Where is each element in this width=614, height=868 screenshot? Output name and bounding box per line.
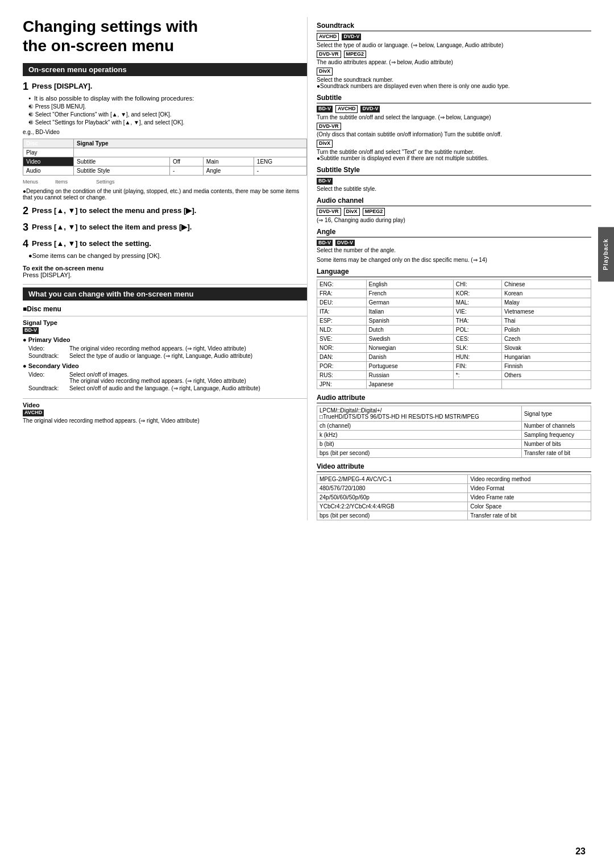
video-attribute-table: MPEG-2/MPEG-4 AVC/VC-1Video recording me…: [317, 474, 591, 520]
step-1-bullets: It is also possible to display with the …: [23, 95, 307, 126]
subtitle-text3: Turn the subtitle on/off and select "Tex…: [317, 149, 591, 155]
audio-attribute-title: Audio attribute: [317, 394, 591, 403]
subtitle-badge-avchd: AVCHD: [335, 105, 358, 113]
angle-text: Select the number of the angle.: [317, 247, 591, 253]
language-section: Language ENG:EnglishCHI:Chinese FRA:Fren…: [317, 268, 591, 389]
video-badge: AVCHD: [23, 410, 44, 416]
soundtrack-text2: The audio attributes appear. (⇒ below, A…: [317, 59, 591, 65]
soundtrack-badge-dvdvr: DVD-VR: [317, 51, 341, 59]
step-1-sub-2: ② Select "Other Functions" with [▲, ▼], …: [28, 111, 307, 118]
soundtrack-badge-divx: DivX: [317, 68, 333, 76]
soundtrack-title: Soundtrack: [317, 22, 591, 31]
primary-video-title: ● Primary Video: [23, 336, 307, 343]
audio-channel-text: (⇒ 16, Changing audio during play): [317, 217, 591, 223]
playback-sidebar: Playback: [598, 227, 614, 282]
signal-type-label: Signal Type: [23, 319, 307, 326]
example-label: e.g., BD-Video: [23, 129, 307, 135]
page-number: 23: [575, 846, 586, 857]
disc-menu-title: ■Disc menu: [23, 305, 307, 313]
soundtrack-badge-dvdv: DVD-V: [342, 34, 361, 40]
subtitle-text1: Turn the subtitle on/off and select the …: [317, 114, 591, 120]
menu-table-audio: Audio: [23, 166, 74, 176]
menu-table-signal: Signal Type: [74, 139, 307, 148]
menu-table-play: Play: [23, 148, 74, 157]
video-text: The original video recording method appe…: [23, 418, 307, 424]
step-1-sub-1: ① Press [SUB MENU].: [28, 103, 307, 110]
subtitle-badge-dvdvr: DVD-VR: [317, 123, 341, 131]
step-1-sub-3: ③ Select "Settings for Playback" with [▲…: [28, 119, 307, 126]
secondary-video-table: Video: Select on/off of images.The origi…: [27, 370, 312, 393]
audio-channel-section: Audio channel DVD-VR DivX MPEG2 (⇒ 16, C…: [317, 197, 591, 223]
step-2: 2 Press [▲, ▼] to select the menu and pr…: [23, 206, 307, 217]
step-num-1: 1: [23, 82, 28, 93]
angle-title: Angle: [317, 228, 591, 237]
subtitle-style-section: Subtitle Style BD-V Select the subtitle …: [317, 166, 591, 192]
title-line1: Changing settings with: [23, 18, 198, 35]
subtitle-bullet: ●Subtitle number is displayed even if th…: [317, 155, 591, 161]
subtitle-badge-bdv: BD-V: [317, 106, 333, 112]
exit-text: Press [DISPLAY].: [23, 272, 307, 278]
audio-channel-badge-divx: DivX: [344, 208, 360, 216]
step-3-title: Press [▲, ▼] to select the item and pres…: [32, 223, 192, 231]
subtitle-badge-dvdv: DVD-V: [360, 106, 380, 112]
menu-table: Disc Signal Type Play Video Subtitle Off…: [23, 139, 307, 176]
disc-menu: ■Disc menu Signal Type BD-V ● Primary Vi…: [23, 305, 307, 393]
angle-badge-dvdv: DVD-V: [335, 240, 355, 247]
audio-channel-badge-mpeg2: MPEG2: [363, 208, 385, 216]
soundtrack-section: Soundtrack AVCHD DVD-V Select the type o…: [317, 22, 591, 89]
step-1-bullet-1: It is also possible to display with the …: [28, 95, 307, 102]
audio-channel-badge-dvdvr: DVD-VR: [317, 208, 341, 216]
step-num-3: 3: [23, 223, 28, 233]
audio-channel-title: Audio channel: [317, 197, 591, 206]
angle-badge-bdv: BD-V: [317, 240, 333, 247]
disc-menu-note: Some items may be changed only on the di…: [317, 257, 591, 263]
subtitle-title: Subtitle: [317, 94, 591, 103]
subtitle-section: Subtitle BD-V AVCHD DVD-V Turn the subti…: [317, 94, 591, 161]
signal-type-badge: BD-V: [23, 327, 39, 334]
onscreen-ops-header: On-screen menu operations: [23, 63, 307, 76]
right-column: Soundtrack AVCHD DVD-V Select the type o…: [307, 17, 591, 520]
video-label: Video: [23, 402, 307, 408]
subtitle-text2: (Only discs that contain subtitle on/off…: [317, 131, 591, 137]
soundtrack-badge-avchd: AVCHD: [317, 33, 339, 41]
exit-title: To exit the on-screen menu: [23, 265, 307, 272]
step-num-2: 2: [23, 206, 28, 217]
left-column: Changing settings with the on-screen men…: [23, 17, 307, 520]
soundtrack-bullet: ●Soundtrack numbers are displayed even w…: [317, 83, 591, 89]
what-you-can-header: What you can change with the on-screen m…: [23, 287, 307, 301]
soundtrack-text3: Select the soundtrack number.: [317, 77, 591, 83]
subtitle-style-title: Subtitle Style: [317, 166, 591, 176]
video-attribute-section: Video attribute MPEG-2/MPEG-4 AVC/VC-1Vi…: [317, 462, 591, 520]
subtitle-style-text: Select the subtitle style.: [317, 186, 591, 192]
step-3: 3 Press [▲, ▼] to select the item and pr…: [23, 223, 307, 233]
step-1: 1 Press [DISPLAY]. It is also possible t…: [23, 82, 307, 201]
video-section: Video AVCHD The original video recording…: [23, 398, 307, 424]
primary-video-table: Video: The original video recording meth…: [27, 344, 312, 360]
page-title: Changing settings with the on-screen men…: [23, 17, 307, 55]
video-attribute-title: Video attribute: [317, 462, 591, 472]
exit-box: To exit the on-screen menu Press [DISPLA…: [23, 265, 307, 278]
title-line2: the on-screen menu: [23, 37, 174, 55]
menu-table-disc: Disc: [23, 139, 74, 148]
step-4-bullet: ●Some items can be changed by pressing […: [23, 252, 307, 259]
audio-attribute-section: Audio attribute LPCM/□Digital/□Digital+/…: [317, 394, 591, 458]
menu-diagram: e.g., BD-Video Disc Signal Type Play Vid…: [23, 129, 307, 185]
step-num-4: 4: [23, 239, 28, 250]
step-4: 4 Press [▲, ▼] to select the setting. ●S…: [23, 239, 307, 259]
language-title: Language: [317, 268, 591, 277]
subtitle-style-badge: BD-V: [317, 178, 333, 185]
menu-table-video: Video: [23, 157, 74, 166]
secondary-video-title: ● Secondary Video: [23, 362, 307, 369]
step-1-title: Press [DISPLAY].: [32, 82, 92, 90]
step-4-title: Press [▲, ▼] to select the setting.: [32, 239, 151, 248]
step-2-title: Press [▲, ▼] to select the menu and pres…: [32, 206, 196, 215]
audio-attribute-table: LPCM/□Digital/□Digital+/□TrueHD/DTS/DTS …: [317, 406, 591, 458]
menu-diagram-labels: Menus Items Settings: [23, 179, 307, 185]
angle-section: Angle BD-V DVD-V Select the number of th…: [317, 228, 591, 254]
subtitle-badge-divx: DivX: [317, 140, 333, 148]
step-1-note: ●Depending on the condition of the unit …: [23, 188, 307, 201]
soundtrack-text1: Select the type of audio or language. (⇒…: [317, 42, 591, 48]
language-table: ENG:EnglishCHI:Chinese FRA:FrenchKOR:Kor…: [317, 279, 591, 389]
soundtrack-badge-mpeg2: MPEG2: [344, 51, 367, 59]
